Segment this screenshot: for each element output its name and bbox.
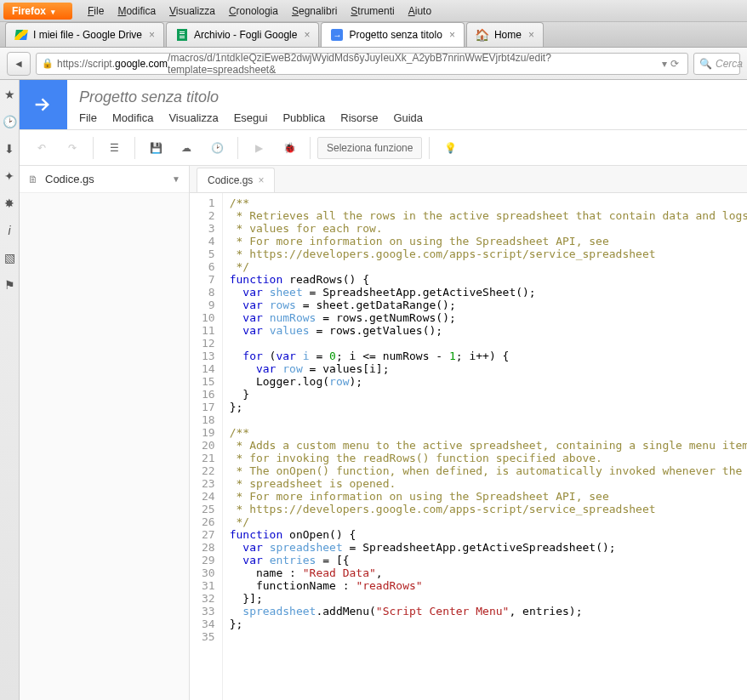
editor-tab[interactable]: Codice.gs × [197,168,275,192]
sidebar-download-icon[interactable]: ⬇ [0,139,19,158]
gas-menu-modifica[interactable]: Modifica [112,111,153,124]
browser-tab[interactable]: I miei file - Google Drive× [5,22,164,47]
sidebar-history-icon[interactable]: 🕑 [0,112,19,131]
browser-toolbar: ◄ 🔒 https://script.google.com/macros/d/1… [0,48,747,80]
menubar-item-segnalibri[interactable]: Segnalibri [285,3,344,20]
sidebar-addon-icon[interactable]: ✦ [0,167,19,185]
home-favicon: 🏠 [476,28,489,42]
sidebar-info-icon[interactable]: i [0,221,19,240]
reload-icon[interactable]: ⟳ [667,58,682,70]
file-name: Codice.gs [45,173,94,185]
menubar-item-cronologia[interactable]: Cronologia [222,3,285,20]
file-list: 🗎 Codice.gs ▼ [20,166,190,700]
url-prefix: https://script. [57,58,115,70]
tab-label: Home [494,29,522,41]
browser-menubar: Firefox FileModificaVisualizzaCronologia… [0,0,747,22]
search-placeholder: Cerca [716,58,743,70]
menubar-item-strumenti[interactable]: Strumenti [344,3,401,20]
browser-tab[interactable]: Archivio - Fogli Google× [166,22,319,47]
save-button[interactable]: 💾 [142,135,169,161]
line-gutter: 1234567891011121314151617181920212223242… [190,193,223,700]
gas-menu-esegui[interactable]: Esegui [234,111,268,124]
gas-toolbar: ↶ ↷ ☰ 💾 ☁ 🕑 ▶ 🐞 Seleziona funzione 💡 [20,130,747,166]
separator [93,137,94,159]
gas-header: Progetto senza titolo FileModificaVisual… [20,80,747,130]
code-editor[interactable]: 1234567891011121314151617181920212223242… [190,193,747,700]
url-bar[interactable]: 🔒 https://script.google.com/macros/d/1nt… [36,53,688,75]
hint-button[interactable]: 💡 [436,135,464,161]
separator [310,137,311,159]
indent-button[interactable]: ☰ [100,135,128,161]
gas-menu-pubblica[interactable]: Pubblica [282,111,325,124]
sidebar-flag-icon[interactable]: ⚑ [0,276,19,294]
close-icon[interactable]: × [149,29,155,41]
function-select[interactable]: Seleziona funzione [317,137,422,159]
browser-tab[interactable]: Progetto senza titolo× [321,22,464,47]
sheets-favicon [175,28,189,42]
editor-pane: Codice.gs × 1234567891011121314151617181… [190,166,747,700]
browser-tab-strip: I miei file - Google Drive×Archivio - Fo… [0,22,747,48]
search-bar[interactable]: 🔍 Cerca [693,53,740,75]
script-favicon [330,28,344,42]
menubar-item-aiuto[interactable]: Aiuto [402,3,438,20]
tab-label: Progetto senza titolo [349,29,442,41]
back-button[interactable]: ◄ [7,52,31,76]
firefox-app-button[interactable]: Firefox [3,3,72,20]
file-item[interactable]: 🗎 Codice.gs ▼ [20,166,189,193]
tab-label: I miei file - Google Drive [33,29,142,41]
close-icon[interactable]: × [449,29,455,41]
menubar-item-modifica[interactable]: Modifica [111,3,163,20]
gas-menu-bar: FileModificaVisualizzaEseguiPubblicaRiso… [79,111,423,124]
editor-tabs: Codice.gs × [190,166,747,193]
gas-menu-visualizza[interactable]: Visualizza [168,111,218,124]
chevron-down-icon[interactable]: ▼ [172,174,180,184]
firefox-sidebar: ★ 🕑 ⬇ ✦ ✸ i ▧ ⚑ [0,80,20,700]
editor-tab-label: Codice.gs [208,174,253,186]
menubar-item-file[interactable]: File [81,3,111,20]
code-content[interactable]: /** * Retrieves all the rows in the acti… [223,193,747,700]
triggers-button[interactable]: 🕑 [203,135,231,161]
sidebar-star-icon[interactable]: ★ [0,85,19,104]
file-icon: 🗎 [28,174,38,185]
debug-button[interactable]: 🐞 [276,135,303,161]
sidebar-img-icon[interactable]: ▧ [0,248,19,267]
browser-tab[interactable]: 🏠Home× [466,22,544,47]
gas-menu-guida[interactable]: Guida [393,111,423,124]
sidebar-gear-icon[interactable]: ✸ [0,194,19,213]
apps-script-app: Progetto senza titolo FileModificaVisual… [20,80,747,700]
close-icon[interactable]: × [304,29,310,41]
url-path: /macros/d/1ntdkIeQziEweB2dwjWyidMds6yJuy… [168,52,659,76]
close-icon[interactable]: × [258,174,264,186]
url-domain: google.com [115,58,168,70]
undo-button[interactable]: ↶ [28,135,55,161]
redo-button[interactable]: ↷ [59,135,86,161]
drive-favicon [14,28,28,42]
search-icon: 🔍 [699,58,712,70]
separator [237,137,238,159]
separator [429,137,430,159]
gas-menu-file[interactable]: File [79,111,97,124]
deploy-button[interactable]: ☁ [173,135,200,161]
close-icon[interactable]: × [528,29,534,41]
tab-label: Archivio - Fogli Google [194,29,297,41]
project-title[interactable]: Progetto senza titolo [79,88,423,106]
gas-menu-risorse[interactable]: Risorse [340,111,378,124]
separator [134,137,135,159]
lock-icon: 🔒 [42,58,54,69]
run-button[interactable]: ▶ [245,135,272,161]
apps-script-logo[interactable] [20,80,67,129]
menubar-item-visualizza[interactable]: Visualizza [163,3,222,20]
